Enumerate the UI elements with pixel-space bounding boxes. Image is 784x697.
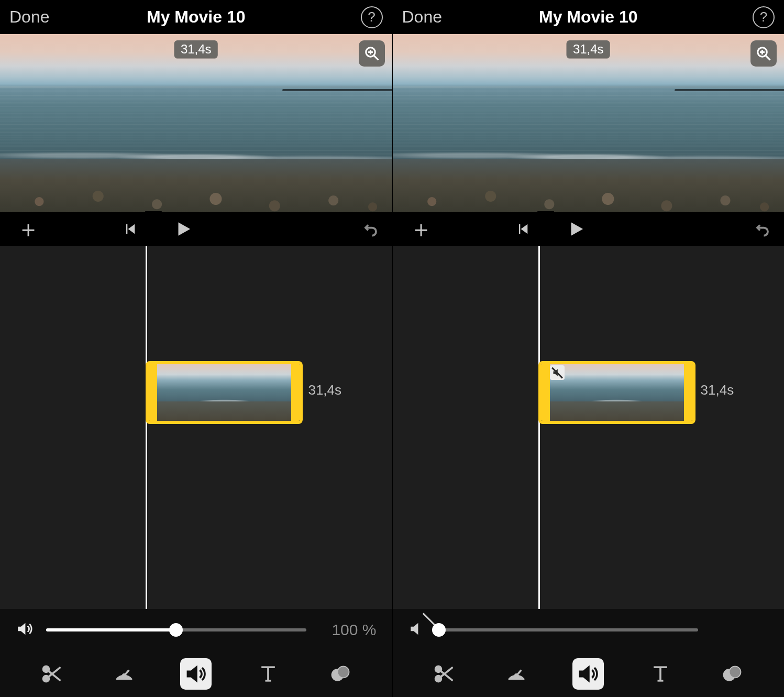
- skip-start-icon: [123, 222, 137, 236]
- clip-trim-handle-left[interactable]: [542, 364, 550, 421]
- svg-point-16: [436, 676, 441, 682]
- volume-value: 100 %: [319, 621, 377, 639]
- play-icon: [174, 220, 192, 238]
- duration-badge: 31,4s: [174, 40, 218, 58]
- clip-trim-handle-left[interactable]: [149, 364, 157, 421]
- done-button[interactable]: Done: [9, 7, 50, 27]
- timeline-clip[interactable]: [146, 361, 303, 424]
- tools-row: [393, 651, 785, 697]
- tool-trim[interactable]: [428, 658, 460, 690]
- clip-trim-handle-right[interactable]: [291, 364, 300, 421]
- svg-point-6: [43, 676, 49, 682]
- text-icon: [257, 662, 280, 685]
- playhead-line[interactable]: [146, 246, 147, 609]
- video-preview[interactable]: 31,4s: [393, 34, 785, 212]
- transport-bar: ＋: [393, 212, 785, 246]
- undo-icon: [754, 221, 771, 237]
- tool-titles[interactable]: [645, 658, 676, 690]
- text-icon: [649, 662, 672, 685]
- svg-line-11: [766, 56, 770, 60]
- play-button[interactable]: [567, 220, 584, 238]
- tool-filters[interactable]: [325, 658, 356, 690]
- help-button[interactable]: ?: [753, 6, 775, 28]
- playhead-line[interactable]: [538, 246, 540, 609]
- volume-slider[interactable]: [439, 628, 699, 631]
- volume-row: [393, 609, 785, 651]
- video-preview[interactable]: 31,4s: [0, 34, 392, 212]
- volume-slider-fill: [46, 628, 176, 631]
- volume-slider-thumb[interactable]: [169, 623, 183, 637]
- svg-point-19: [730, 666, 741, 678]
- undo-icon: [362, 221, 380, 237]
- play-icon: [567, 220, 584, 238]
- timeline[interactable]: 31,4s: [0, 246, 392, 609]
- magnifier-plus-icon: [756, 46, 771, 61]
- tool-trim[interactable]: [36, 658, 68, 690]
- help-button[interactable]: ?: [361, 6, 383, 28]
- clip-duration-label: 31,4s: [308, 382, 341, 398]
- undo-button[interactable]: [362, 221, 380, 237]
- speaker-icon: [184, 662, 207, 685]
- add-media-button[interactable]: ＋: [405, 214, 437, 245]
- tool-volume[interactable]: [180, 658, 212, 690]
- zoom-button[interactable]: [750, 40, 777, 67]
- zoom-button[interactable]: [359, 40, 385, 67]
- editor-pane-left: Done My Movie 10 ? 31,4s ＋: [0, 0, 392, 697]
- tool-volume[interactable]: [572, 658, 604, 690]
- scissors-icon: [433, 662, 456, 685]
- clip-muted-indicator: [550, 365, 565, 380]
- volume-slider[interactable]: [46, 628, 306, 631]
- skip-to-start-button[interactable]: [515, 222, 530, 236]
- tool-titles[interactable]: [252, 658, 284, 690]
- filters-icon: [721, 662, 744, 685]
- svg-line-1: [374, 56, 378, 60]
- scissors-icon: [40, 662, 63, 685]
- svg-point-5: [43, 666, 49, 672]
- volume-slider-thumb[interactable]: [432, 623, 446, 637]
- speedometer-icon: [505, 662, 528, 685]
- filters-icon: [329, 662, 352, 685]
- playhead-indicator: [145, 211, 162, 222]
- magnifier-plus-icon: [364, 46, 380, 61]
- clip-trim-handle-right[interactable]: [684, 364, 692, 421]
- svg-point-15: [436, 666, 441, 672]
- speaker-icon: [577, 662, 600, 685]
- play-button[interactable]: [174, 220, 192, 238]
- tool-speed[interactable]: [108, 658, 140, 690]
- header: Done My Movie 10 ?: [393, 0, 785, 34]
- speaker-muted-icon[interactable]: [408, 620, 426, 640]
- speaker-icon[interactable]: [16, 620, 34, 640]
- svg-point-17: [515, 674, 518, 678]
- add-media-button[interactable]: ＋: [13, 214, 44, 245]
- done-button[interactable]: Done: [402, 7, 443, 27]
- header: Done My Movie 10 ?: [0, 0, 392, 34]
- volume-row: 100 %: [0, 609, 392, 651]
- svg-point-7: [123, 674, 126, 678]
- tool-speed[interactable]: [501, 658, 532, 690]
- skip-to-start-button[interactable]: [123, 222, 137, 236]
- timeline[interactable]: 31,4s: [393, 246, 785, 609]
- tool-filters[interactable]: [716, 658, 748, 690]
- clip-duration-label: 31,4s: [701, 382, 734, 398]
- svg-point-9: [337, 666, 349, 678]
- undo-button[interactable]: [754, 221, 771, 237]
- skip-start-icon: [515, 222, 530, 236]
- transport-bar: ＋: [0, 212, 392, 246]
- editor-pane-right: Done My Movie 10 ? 31,4s ＋: [392, 0, 785, 697]
- tools-row: [0, 651, 392, 697]
- project-title: My Movie 10: [147, 7, 246, 27]
- duration-badge: 31,4s: [567, 40, 610, 58]
- playhead-indicator: [537, 211, 554, 222]
- project-title: My Movie 10: [539, 7, 638, 27]
- speedometer-icon: [113, 662, 136, 685]
